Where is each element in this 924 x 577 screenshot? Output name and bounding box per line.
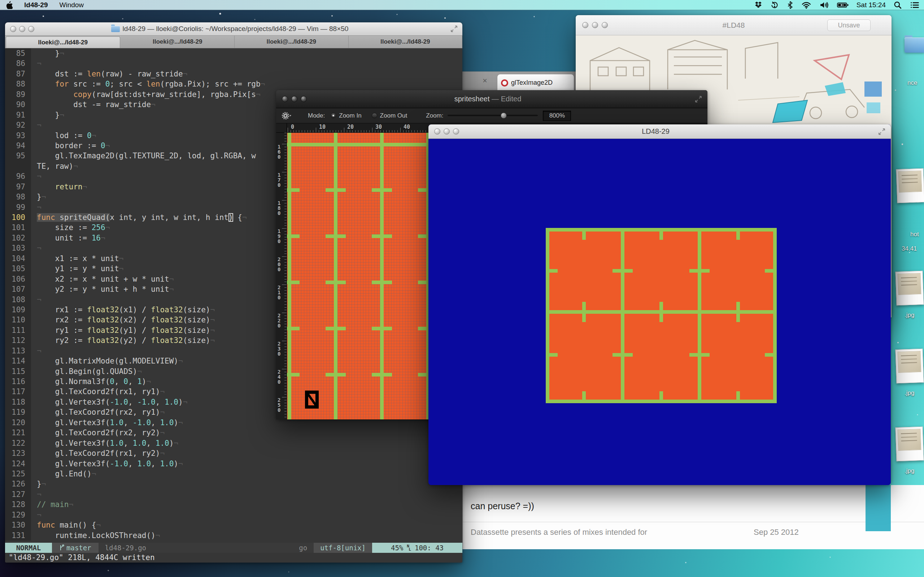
ruler-tick (284, 265, 287, 266)
close-button[interactable] (582, 22, 588, 28)
fullscreen-icon[interactable] (878, 128, 886, 135)
zoom-slider[interactable] (447, 115, 538, 116)
ruler-tick (392, 130, 393, 132)
code-token: ) (178, 398, 183, 406)
ruler-tick (284, 287, 287, 288)
code-text: x1 := x * unit¬ (31, 253, 123, 264)
terminal-tab[interactable]: lloeki@.../ld48-29 (121, 36, 235, 48)
ruler-tick (378, 130, 378, 132)
ruler-tick (284, 380, 287, 380)
irc-titlebar[interactable]: #LD48 Unsave (576, 15, 892, 35)
minimize-button[interactable] (291, 96, 297, 102)
bluetooth-icon[interactable] (783, 0, 797, 10)
close-button[interactable] (434, 128, 440, 134)
dropbox-icon[interactable] (750, 0, 766, 10)
ruler-tick (282, 285, 287, 285)
zoom-button[interactable] (602, 22, 608, 28)
terminal-tab[interactable]: lloeki@.../ld48-29 (6, 36, 120, 48)
ruler-tick (284, 153, 287, 153)
eol-marker: ¬ (37, 203, 42, 212)
desktop-icon-label[interactable]: .jpg (905, 390, 914, 397)
close-button[interactable] (282, 96, 288, 102)
code-token: 1.0 (137, 459, 151, 468)
wifi-icon[interactable] (797, 0, 815, 10)
code-token: float32 (87, 326, 119, 335)
ruler-tick (403, 130, 404, 132)
eol-marker: ¬ (261, 80, 265, 89)
code-text: gl.MatrixMode(gl.MODELVIEW)¬ (31, 356, 183, 366)
code-token: len (87, 69, 101, 78)
desktop-photo-icon[interactable] (895, 271, 924, 306)
terminal-tab[interactable]: lloeki@.../ld48-29 (349, 36, 463, 48)
zoom-out-radio[interactable]: Zoom Out (372, 112, 407, 119)
line-number: 92 (5, 120, 31, 130)
ruler-tick (383, 130, 384, 132)
zoom-button[interactable] (453, 128, 459, 134)
eol-marker: ¬ (160, 387, 165, 396)
ruler-tick (284, 307, 287, 308)
gear-icon[interactable] (281, 111, 292, 121)
desktop-photo-icon[interactable] (896, 168, 924, 203)
code-token: } (37, 480, 42, 488)
code-token: (raw) - raw_stride (101, 69, 183, 78)
sprite-grid-line (546, 345, 549, 365)
tab-close-icon[interactable]: × (483, 76, 487, 85)
ruler-number: 190 (278, 229, 281, 244)
desktop-icon-label[interactable]: hot (910, 231, 919, 238)
browser-tab[interactable]: glTexImage2D (497, 74, 574, 91)
ruler-tick (282, 341, 287, 341)
desktop-icon-label[interactable]: 34.41 (901, 245, 917, 253)
code-text: gl.TexCoord2f(rx1, ry1)¬ (31, 387, 165, 397)
desktop-icon-label[interactable]: .jpg (905, 467, 914, 475)
minimize-button[interactable] (444, 128, 450, 134)
zoom-button[interactable] (300, 96, 307, 102)
notification-center-icon[interactable] (906, 0, 924, 10)
code-token: dst -= raw_stride (37, 100, 151, 109)
spritesheet-titlebar[interactable]: spritesheet — Edited (276, 90, 708, 108)
time-machine-icon[interactable] (766, 0, 783, 10)
app-menu[interactable]: ld48-29 (18, 0, 53, 10)
terminal-titlebar[interactable]: ld48-29 — lloeki@Coriolis: ~/Workspace/p… (5, 23, 462, 36)
terminal-tab[interactable]: lloeki@.../ld48-29 (234, 36, 349, 48)
minimize-button[interactable] (19, 26, 25, 32)
unsave-button[interactable]: Unsave (827, 19, 871, 31)
ruler-tick (284, 186, 287, 187)
close-button[interactable] (10, 26, 16, 32)
desktop-photo-icon[interactable] (895, 349, 924, 384)
zoom-button[interactable] (28, 26, 34, 32)
menu-clock[interactable]: Sat 15:24 (853, 1, 889, 9)
zoom-value-field[interactable]: 800% (543, 111, 571, 121)
line-number: 107 (5, 284, 31, 294)
zoom-slider-thumb[interactable] (501, 113, 507, 119)
code-token: x1 := x * unit (37, 254, 119, 263)
fullscreen-icon[interactable] (695, 95, 703, 103)
desktop-icon-label[interactable]: .jpg (905, 311, 914, 319)
menu-bar: ld48-29 Window Sat 15:24 (0, 0, 924, 10)
ruler-tick (284, 406, 287, 406)
menu-item-window[interactable]: Window (53, 0, 89, 10)
fullscreen-icon[interactable] (450, 25, 458, 33)
ruler-tick (284, 383, 287, 384)
desktop-photo-icon[interactable] (895, 427, 924, 462)
code-token: 0 (105, 80, 110, 89)
code-token: , (128, 459, 137, 468)
line-number: 114 (5, 356, 31, 366)
code-text: func main() {¬ (31, 520, 101, 530)
game-titlebar[interactable]: LD48-29 (428, 124, 891, 139)
desktop-icon-label[interactable]: nce (908, 79, 917, 87)
ruler-tick (282, 369, 287, 369)
ruler-tick (284, 189, 287, 189)
sprite-grid-line (380, 226, 384, 246)
vim-command-line[interactable]: "ld48-29.go" 218L, 4844C written (5, 553, 462, 562)
apple-menu[interactable] (0, 0, 18, 10)
minimize-button[interactable] (592, 22, 598, 28)
line-number: 86 (5, 58, 31, 69)
ruler-tick (423, 130, 423, 132)
ruler-number: 180 (278, 200, 281, 216)
game-viewport[interactable] (428, 139, 891, 485)
volume-icon[interactable] (815, 0, 833, 10)
zoom-in-radio[interactable]: Zoom In (331, 112, 361, 119)
desktop-folder-icon[interactable] (905, 37, 924, 53)
spotlight-icon[interactable] (889, 0, 906, 10)
battery-icon[interactable] (833, 0, 853, 10)
